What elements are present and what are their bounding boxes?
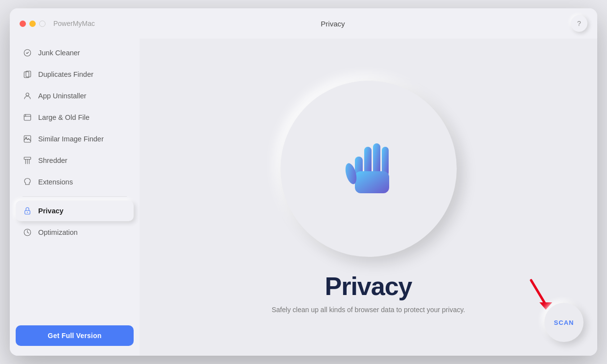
- similar-image-finder-icon: [23, 134, 32, 144]
- sidebar-item-label: Privacy: [38, 207, 64, 215]
- extensions-icon: [23, 177, 32, 187]
- minimize-button[interactable]: [29, 21, 36, 27]
- app-uninstaller-icon: [23, 91, 32, 101]
- scan-button-container: SCAN: [544, 303, 584, 342]
- svg-rect-13: [373, 143, 380, 176]
- sidebar-item-app-uninstaller[interactable]: App Uninstaller: [16, 86, 134, 106]
- sidebar-item-junk-cleaner[interactable]: Junk Cleaner: [16, 43, 134, 63]
- privacy-icon: [23, 206, 32, 216]
- svg-point-3: [26, 93, 29, 96]
- sidebar-item-label: Shredder: [38, 157, 68, 164]
- title-bar-left: PowerMyMac: [20, 20, 95, 27]
- junk-cleaner-icon: [23, 48, 32, 58]
- sidebar-item-label: Duplicates Finder: [38, 70, 93, 78]
- shredder-icon: [23, 156, 32, 165]
- sidebar-item-label: Large & Old File: [38, 114, 90, 121]
- close-button[interactable]: [20, 21, 26, 27]
- privacy-main-title: Privacy: [325, 272, 412, 301]
- help-button[interactable]: ?: [571, 15, 587, 32]
- privacy-subtitle: Safely clean up all kinds of browser dat…: [272, 306, 465, 314]
- app-name: PowerMyMac: [53, 20, 95, 27]
- get-full-version-button[interactable]: Get Full Version: [16, 325, 134, 346]
- sidebar-item-label: Similar Image Finder: [38, 135, 104, 143]
- sidebar-item-duplicates-finder[interactable]: Duplicates Finder: [16, 64, 134, 85]
- sidebar-item-label: Junk Cleaner: [38, 49, 80, 57]
- sidebar: Junk Cleaner Duplicates Finder App Unins…: [10, 39, 140, 356]
- svg-rect-4: [24, 114, 31, 120]
- privacy-icon-circle: [280, 81, 457, 257]
- duplicates-finder-icon: [23, 69, 32, 79]
- app-window: PowerMyMac Privacy ? Junk Cleaner: [10, 8, 597, 356]
- svg-rect-7: [24, 157, 31, 159]
- scan-button[interactable]: SCAN: [544, 303, 584, 342]
- maximize-button[interactable]: [39, 21, 46, 27]
- sidebar-item-extensions[interactable]: Extensions: [16, 172, 134, 192]
- sidebar-item-label: Optimization: [38, 228, 78, 236]
- sidebar-item-similar-image-finder[interactable]: Similar Image Finder: [16, 129, 134, 149]
- sidebar-item-label: App Uninstaller: [38, 92, 86, 100]
- main-content: Junk Cleaner Duplicates Finder App Unins…: [10, 39, 597, 356]
- title-bar: PowerMyMac Privacy ?: [10, 8, 597, 39]
- sidebar-item-optimization[interactable]: Optimization: [16, 222, 134, 243]
- sidebar-item-label: Extensions: [38, 178, 73, 186]
- optimization-icon: [23, 228, 32, 237]
- large-old-file-icon: [23, 113, 32, 122]
- sidebar-item-large-old-file[interactable]: Large & Old File: [16, 107, 134, 128]
- sidebar-item-shredder[interactable]: Shredder: [16, 150, 134, 171]
- sidebar-items: Junk Cleaner Duplicates Finder App Unins…: [16, 43, 134, 318]
- content-area: Privacy Safely clean up all kinds of bro…: [140, 39, 597, 356]
- sidebar-divider: [23, 196, 127, 197]
- sidebar-item-privacy[interactable]: Privacy: [16, 201, 134, 221]
- svg-line-17: [531, 280, 546, 305]
- hand-stop-icon: [329, 130, 408, 208]
- traffic-lights: [20, 21, 46, 27]
- window-title: Privacy: [321, 20, 345, 28]
- svg-rect-15: [355, 171, 389, 193]
